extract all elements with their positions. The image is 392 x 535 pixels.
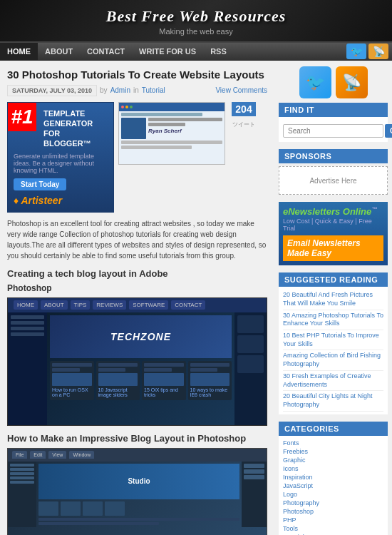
bs-main-col: TECHZONE How to run OSX on a PC bbox=[47, 312, 234, 425]
categories-section: CATEGORIES Fonts Freebies Graphic Icons … bbox=[279, 422, 388, 535]
find-it-header: FIND IT bbox=[279, 103, 388, 117]
separator: in bbox=[133, 86, 139, 94]
nav-social-icons: 🐦 📡 bbox=[344, 44, 392, 59]
ps-right-panel bbox=[242, 462, 267, 527]
ps-hero-label: Studio bbox=[128, 477, 150, 485]
bs-right-col bbox=[234, 312, 267, 425]
suggested-item-4[interactable]: Amazing Collection of Bird Fishing Photo… bbox=[283, 350, 383, 370]
ps-tab-view: View bbox=[48, 451, 66, 459]
bs-left-r2 bbox=[11, 321, 44, 325]
site-header: Best Free Web Resources Making the web e… bbox=[0, 0, 392, 43]
bs-left-r3 bbox=[11, 327, 44, 330]
bs-nav-software: SOFTWARE bbox=[129, 300, 168, 310]
cat-tutorial[interactable]: Tutorial bbox=[283, 533, 383, 535]
tweet-block: 204 ツイート bbox=[229, 102, 258, 213]
wp-dot-green bbox=[130, 106, 133, 108]
nav-about[interactable]: ABOUT bbox=[38, 43, 80, 60]
main-nav: HOME ABOUT CONTACT WRITE FOR US RSS 🐦 📡 bbox=[0, 43, 392, 61]
view-comments-link[interactable]: View Comments bbox=[215, 86, 267, 94]
article-date: SATURDAY, JULY 03, 2010 bbox=[7, 85, 97, 96]
section2-title: How to Make an Impressive Blog Layout in… bbox=[7, 433, 267, 444]
content-area: 30 Photoshop Tutorials To Create Website… bbox=[0, 61, 274, 535]
ps-sidebar bbox=[8, 462, 36, 527]
nav-rss-icon[interactable]: 📡 bbox=[368, 44, 388, 59]
main-container: 30 Photoshop Tutorials To Create Website… bbox=[0, 61, 392, 535]
ad-logo: ♦ Artisteer bbox=[14, 195, 108, 206]
cat-fonts[interactable]: Fonts bbox=[283, 439, 383, 447]
webpage-preview-block: Ryan Scherf bbox=[118, 102, 225, 213]
twitter-icon[interactable]: 🐦 bbox=[299, 66, 331, 98]
cat-tools[interactable]: Tools bbox=[283, 524, 383, 533]
bs-article-1: How to run OSX on a PC bbox=[50, 361, 94, 400]
bs-right-1 bbox=[237, 315, 264, 333]
sponsors-section: SPONSORS Advertise Here bbox=[279, 149, 388, 195]
category-link[interactable]: Tutorial bbox=[142, 86, 165, 94]
bs-hero-text: TECHZONE bbox=[110, 331, 171, 342]
suggested-reading-section: SUGGESTED READING 20 Beautiful And Fresh… bbox=[279, 272, 388, 414]
tweet-count: 204 bbox=[232, 102, 255, 116]
suggested-item-5[interactable]: 30 Fresh Examples of Creative Advertisem… bbox=[283, 371, 383, 391]
cat-graphic[interactable]: Graphic bbox=[283, 456, 383, 464]
ps-thumbnails bbox=[38, 501, 239, 516]
enewsletter-banner[interactable]: eNewsletters Online™ Low Cost | Quick & … bbox=[279, 202, 388, 265]
suggested-item-2[interactable]: 30 Amazing Photoshop Tutorials To Enhanc… bbox=[283, 310, 383, 330]
rss-icon[interactable]: 📡 bbox=[336, 66, 368, 98]
cat-icons[interactable]: Icons bbox=[283, 464, 383, 473]
wp-row-1 bbox=[121, 113, 202, 116]
ad-start-button[interactable]: Start Today bbox=[14, 178, 66, 190]
suggested-item-1[interactable]: 20 Beautiful And Fresh Pictures That Wil… bbox=[283, 290, 383, 310]
sidebar: 🐦 📡 FIND IT GO SPONSORS Advertise Here e… bbox=[274, 61, 392, 535]
tweet-label: ツイート bbox=[232, 121, 255, 128]
ad-headline: TEMPLATE GENERATOR FOR BLOGGER™ bbox=[43, 108, 108, 149]
bs-nav-about: ABOUT bbox=[41, 300, 68, 310]
nav-twitter-icon[interactable]: 🐦 bbox=[346, 44, 366, 59]
bs-hero: TECHZONE bbox=[50, 315, 232, 358]
enewsletter-title: eNewsletters Online™ bbox=[283, 206, 383, 217]
advertise-box[interactable]: Advertise Here bbox=[279, 166, 388, 195]
cat-freebies[interactable]: Freebies bbox=[283, 447, 383, 456]
search-row: GO bbox=[283, 124, 383, 138]
enewsletter-subtitle: Low Cost | Quick & Easy | Free Trial bbox=[283, 218, 383, 232]
section1-title: Creating a tech blog layout in Adobe bbox=[7, 268, 267, 279]
suggested-item-6[interactable]: 20 Beautiful City Lights at Night Photog… bbox=[283, 391, 383, 411]
bs-nav-tips: TIPS bbox=[71, 300, 91, 310]
search-input[interactable] bbox=[283, 124, 383, 138]
nav-contact[interactable]: CONTACT bbox=[80, 43, 132, 60]
ps-body: Studio bbox=[8, 462, 267, 527]
suggested-list: 20 Beautiful And Fresh Pictures That Wil… bbox=[279, 287, 388, 414]
wp-dot-red bbox=[121, 106, 124, 108]
ps-tab-edit: Edit bbox=[30, 451, 46, 459]
cat-photoshop[interactable]: Photoshop bbox=[283, 507, 383, 516]
article-title: 30 Photoshop Tutorials To Create Website… bbox=[7, 68, 267, 82]
author-link[interactable]: Admin bbox=[110, 86, 130, 94]
nav-rss[interactable]: RSS bbox=[203, 43, 234, 60]
rank-badge: #1 bbox=[8, 103, 36, 131]
site-tagline: Making the web easy bbox=[11, 27, 381, 36]
cat-inspiration[interactable]: Inspiration bbox=[283, 473, 383, 482]
search-button[interactable]: GO bbox=[385, 124, 392, 138]
bs-article-2: 10 Javascript image sliders bbox=[96, 361, 140, 400]
bs-nav-contact: CONTACT bbox=[171, 300, 205, 310]
nav-write[interactable]: WRITE FOR US bbox=[132, 43, 203, 60]
wp-r4 bbox=[121, 141, 222, 144]
bs-nav-reviews: REVIEWS bbox=[93, 300, 126, 310]
cat-photography[interactable]: Photography bbox=[283, 499, 383, 507]
wp-body: Ryan Scherf bbox=[119, 111, 225, 152]
bs-article-3: 15 OiX tips and tricks bbox=[142, 361, 186, 400]
photoshop-screenshot: File Edit View Window Studio bbox=[7, 448, 267, 535]
bs-nav: HOME ABOUT TIPS REVIEWS SOFTWARE CONTACT bbox=[14, 300, 205, 310]
cat-javascript[interactable]: JavaScript bbox=[283, 482, 383, 490]
bs-left-r4 bbox=[11, 332, 44, 336]
cat-php[interactable]: PHP bbox=[283, 516, 383, 524]
ps-hero-image: Studio bbox=[38, 464, 239, 499]
bs-body: TECHZONE How to run OSX on a PC bbox=[8, 312, 267, 425]
ps-content: Studio bbox=[36, 462, 242, 527]
find-it-body: GO bbox=[279, 117, 388, 142]
bs-nav-home: HOME bbox=[14, 300, 38, 310]
suggested-item-3[interactable]: 10 Best PHP Tutorials To Improve Your Sk… bbox=[283, 330, 383, 350]
wp-text-block: Ryan Scherf bbox=[148, 118, 222, 139]
bs-left-r1 bbox=[11, 315, 44, 319]
nav-home[interactable]: HOME bbox=[0, 43, 38, 60]
cat-logo[interactable]: Logo bbox=[283, 490, 383, 499]
bs-left-col bbox=[8, 312, 47, 425]
